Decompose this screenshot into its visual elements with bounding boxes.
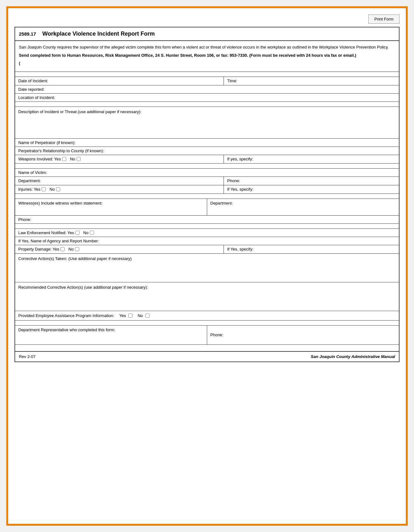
witnesses-input[interactable] (18, 207, 204, 211)
date-of-incident-cell: Date of Incident: (15, 77, 224, 85)
property-damage-specify-cell: If Yes, specify: (224, 245, 399, 253)
injuries-no-label: No (50, 187, 55, 192)
weapons-no-label: No (70, 157, 75, 161)
property-damage-cell: Property Damage: Yes No (15, 245, 224, 253)
property-damage-row: Property Damage: Yes No If Yes, specify: (15, 245, 399, 254)
dept-rep-left: Department Representative who completed … (15, 326, 207, 344)
page-wrapper: Print Form 2589.17 Workplace Violence In… (6, 6, 408, 526)
dept-input[interactable] (42, 178, 221, 183)
date-of-incident-label: Date of Incident: (18, 78, 48, 83)
injuries-specify-cell: If Yes, specify: (224, 185, 399, 194)
perpetrator-name-row: Name of Perpetrator (if known): (15, 139, 399, 147)
corrective-action-textarea[interactable] (18, 263, 396, 279)
property-damage-specify-label: If Yes, specify: (227, 247, 253, 252)
date-time-row: Date of Incident: Time: (15, 77, 399, 85)
eap-row: Provided Employee Assistance Program Inf… (15, 311, 399, 321)
weapons-no-checkbox[interactable] (77, 157, 81, 161)
time-label: Time: (227, 78, 237, 83)
bold-instructions: Send completed form to Human Resources, … (19, 52, 395, 59)
print-form-button[interactable]: Print Form (368, 14, 399, 24)
date-reported-input[interactable] (46, 87, 396, 92)
corrective-action-section: Corrective Action(s) Taken: (Use additio… (15, 254, 399, 282)
location-label: Location of Incident: (18, 95, 55, 100)
property-damage-no-checkbox[interactable] (75, 247, 79, 251)
print-button-area: Print Form (15, 14, 399, 24)
witness-row: Witness(es) Include witness written stat… (15, 199, 399, 216)
injuries-no-checkbox[interactable] (56, 187, 60, 191)
form-title-row: 2589.17 Workplace Violence Incident Repo… (15, 27, 399, 41)
recommended-corrective-textarea[interactable] (18, 292, 396, 307)
property-damage-yes-checkbox[interactable] (61, 247, 65, 251)
location-row: Location of Incident: (15, 94, 399, 102)
weapons-yes-checkbox[interactable] (62, 157, 66, 161)
footer-row: Rev 2-07 San Joaquin County Administrati… (15, 351, 399, 361)
victim-name-row: Name of Victim: (15, 169, 399, 177)
weapons-label: Weapons Involved: Yes (18, 157, 61, 161)
weapons-cell: Weapons Involved: Yes No (15, 155, 224, 163)
law-enforcement-no-checkbox[interactable] (90, 231, 94, 235)
eap-yes-checkbox[interactable] (128, 314, 132, 318)
time-cell: Time: (224, 77, 399, 85)
dept-rep-phone-label: Phone: (210, 332, 223, 337)
footer-manual: San Joaquin County Administrative Manual (311, 354, 395, 359)
witness-dept-input[interactable] (234, 201, 396, 205)
injuries-yes-checkbox[interactable] (42, 187, 46, 191)
eap-label: Provided Employee Assistance Program Inf… (18, 313, 114, 318)
agency-report-input[interactable] (100, 239, 396, 243)
dept-rep-row: Department Representative who completed … (15, 326, 399, 345)
victim-name-label: Name of Victim: (18, 170, 47, 175)
time-input[interactable] (238, 78, 396, 83)
spacer-1 (15, 72, 399, 77)
description-textarea[interactable] (18, 116, 396, 135)
recommended-corrective-section: Recommended Corrective Action(s) (use ad… (15, 282, 399, 311)
perpetrator-relationship-input[interactable] (105, 148, 396, 153)
weapons-specify-cell: If yes, specify: (224, 155, 399, 163)
eap-yes-label: Yes (119, 313, 126, 318)
witness-phone-input[interactable] (32, 217, 396, 222)
weapons-specify-label: If yes, specify: (227, 157, 253, 161)
spacer-5 (15, 224, 399, 229)
dept-rep-right: Phone: (207, 326, 399, 344)
perpetrator-relationship-row: Perpetrator's Relationship to County (if… (15, 147, 399, 155)
eap-no-label: No (137, 313, 143, 318)
dept-rep-label: Department Representative who completed … (18, 327, 204, 332)
witness-phone-label: Phone: (18, 217, 31, 222)
phone-label: Phone: (227, 178, 240, 183)
form-container: 2589.17 Workplace Violence Incident Repo… (15, 27, 399, 362)
form-number: 2589.17 (19, 31, 36, 37)
perpetrator-relationship-label: Perpetrator's Relationship to County (if… (18, 148, 104, 153)
agency-report-label: If Yes, Name of Agency and Report Number… (18, 239, 99, 243)
perpetrator-name-input[interactable] (77, 140, 396, 145)
eap-no-checkbox[interactable] (145, 314, 149, 318)
intro-paragraph: San Joaquin County requires the supervis… (19, 44, 395, 50)
law-enforcement-yes-checkbox[interactable] (75, 231, 79, 235)
spacer-7 (15, 345, 399, 351)
recommended-corrective-label: Recommended Corrective Action(s) (use ad… (18, 285, 396, 290)
witnesses-label: Witness(es) Include witness written stat… (18, 201, 204, 205)
date-of-incident-input[interactable] (50, 78, 221, 83)
description-section: Description of Incident or Threat (use a… (15, 107, 399, 139)
injuries-row: Injuries: Yes No If Yes, specify: (15, 185, 399, 194)
weapons-specify-input[interactable] (254, 157, 396, 161)
corrective-action-label: Corrective Action(s) Taken: (Use additio… (18, 256, 396, 261)
victim-name-input[interactable] (49, 170, 396, 175)
property-damage-label: Property Damage: Yes (18, 247, 59, 252)
spacer-3 (15, 164, 399, 169)
location-input[interactable] (56, 95, 396, 100)
injuries-specify-label: If Yes, specify: (227, 187, 253, 192)
perpetrator-name-label: Name of Perpetrator (if known): (18, 140, 75, 145)
spacer-6 (15, 321, 399, 326)
witness-left: Witness(es) Include witness written stat… (15, 199, 207, 215)
description-label: Description of Incident or Threat (use a… (18, 109, 396, 114)
witness-dept-label: Department: (210, 201, 233, 205)
injuries-cell: Injuries: Yes No (15, 185, 224, 194)
weapons-row: Weapons Involved: Yes No If yes, specify… (15, 155, 399, 164)
spacer-2 (15, 102, 399, 107)
dept-label: Department: (18, 178, 41, 183)
property-damage-specify-input[interactable] (255, 247, 396, 252)
agency-report-row: If Yes, Name of Agency and Report Number… (15, 237, 399, 245)
dept-rep-phone-input[interactable] (224, 332, 396, 337)
dept-rep-input[interactable] (18, 337, 204, 342)
phone-input[interactable] (242, 178, 396, 183)
injuries-specify-input[interactable] (255, 187, 396, 192)
